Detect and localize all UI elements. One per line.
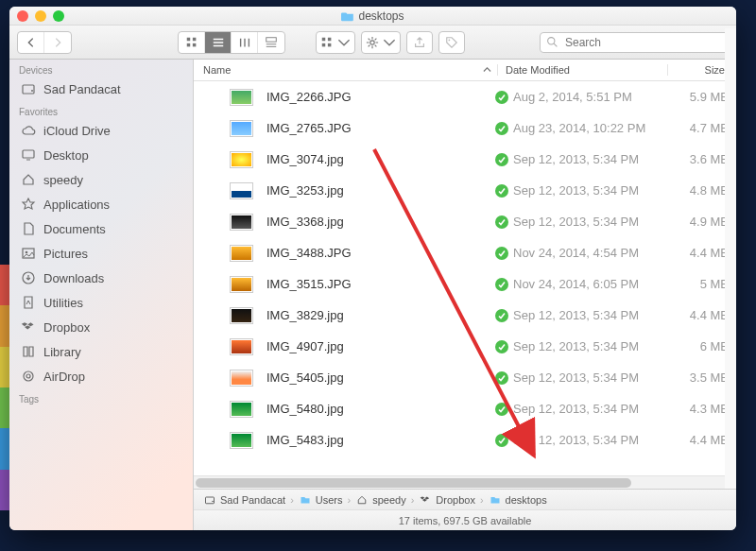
thumbnail-icon [230, 370, 253, 387]
svg-rect-1 [192, 37, 196, 41]
file-name: IMG_3074.jpg [266, 152, 490, 166]
file-row[interactable]: IMG_5405.jpgSep 12, 2013, 5:34 PM3.5 MB [194, 362, 736, 393]
tag-icon [445, 36, 458, 49]
search-field[interactable] [540, 32, 729, 53]
file-row[interactable]: IMG_3368.jpgSep 12, 2013, 5:34 PM4.9 MB [194, 206, 736, 237]
list-view-button[interactable] [205, 32, 232, 53]
path-item-speedy[interactable]: speedy [355, 494, 405, 506]
sidebar-item-label: AirDrop [43, 370, 85, 384]
file-row[interactable]: IMG_5480.jpgSep 12, 2013, 5:34 PM4.3 MB [194, 393, 736, 424]
action-button[interactable] [361, 31, 401, 54]
search-input[interactable] [563, 35, 722, 50]
sync-status-icon [490, 215, 513, 230]
file-name: IMG_3829.jpg [266, 308, 490, 322]
file-row[interactable]: IMG_2765.JPGAug 23, 2014, 10:22 PM4.7 MB [194, 112, 736, 144]
sidebar-item-label: iCloud Drive [43, 124, 111, 138]
column-view-button[interactable] [232, 32, 258, 53]
status-bar: 17 items, 697.5 GB available [194, 509, 736, 530]
column-date[interactable]: Date Modified [498, 64, 668, 76]
file-row[interactable]: IMG_3829.jpgSep 12, 2013, 5:34 PM4.4 MB [194, 300, 736, 331]
file-name: IMG_4907.jpg [266, 339, 490, 353]
folder-icon [341, 10, 354, 22]
path-item-sad-pandacat[interactable]: Sad Pandacat [203, 494, 285, 506]
sync-status-icon [490, 433, 513, 448]
sync-status-icon [490, 370, 513, 386]
file-name: IMG_3253.jpg [266, 183, 490, 198]
horizontal-scrollbar[interactable] [194, 475, 725, 489]
coverflow-view-button[interactable] [258, 32, 284, 53]
sidebar-item-label: Desktop [43, 148, 89, 163]
path-separator-icon: › [348, 494, 352, 506]
pictures-icon [21, 246, 36, 261]
sidebar-item-utilities[interactable]: Utilities [9, 290, 193, 315]
sidebar-item-label: Sad Pandacat [43, 82, 121, 96]
nav-buttons [17, 31, 72, 54]
titlebar[interactable]: desktops [9, 7, 736, 26]
path-item-desktops[interactable]: desktops [489, 494, 547, 506]
svg-rect-14 [23, 150, 34, 158]
arrange-button[interactable] [316, 31, 355, 54]
grid-icon [320, 36, 334, 49]
path-item-users[interactable]: Users [299, 494, 343, 506]
dropbox-icon [21, 319, 36, 335]
thumbnail-icon [230, 89, 253, 106]
view-buttons [178, 31, 285, 54]
icon-view-button[interactable] [179, 32, 205, 53]
search-icon [546, 36, 558, 48]
sidebar-item-documents[interactable]: Documents [9, 216, 193, 241]
svg-point-9 [370, 40, 374, 43]
sidebar-item-downloads[interactable]: Downloads [9, 266, 193, 290]
sidebar-item-sad-pandacat[interactable]: Sad Pandacat [9, 77, 193, 101]
sidebar-item-applications[interactable]: Applications [9, 192, 193, 216]
forward-button[interactable] [44, 32, 71, 53]
column-size[interactable]: Size [668, 64, 725, 76]
sidebar-item-airdrop[interactable]: AirDrop [9, 364, 193, 388]
file-date: Sep 12, 2013, 5:34 PM [513, 308, 683, 322]
sidebar-item-library[interactable]: Library [9, 339, 193, 364]
thumbnail-icon [230, 120, 253, 137]
file-row[interactable]: IMG_3253.jpgSep 12, 2013, 5:34 PM4.8 MB [194, 175, 736, 206]
sidebar-item-pictures[interactable]: Pictures [9, 241, 193, 266]
tags-button[interactable] [438, 31, 465, 54]
thumbnail-icon [230, 245, 253, 262]
file-row[interactable]: IMG_3488.JPGNov 24, 2014, 4:54 PM4.4 MB [194, 237, 736, 268]
file-name: IMG_5480.jpg [266, 402, 490, 416]
file-date: Sep 12, 2013, 5:34 PM [513, 183, 683, 198]
thumbnail-icon [230, 182, 253, 199]
svg-point-13 [31, 90, 33, 92]
sidebar-item-label: Pictures [43, 247, 88, 261]
sidebar-item-desktop[interactable]: Desktop [9, 143, 193, 167]
file-row[interactable]: IMG_3515.JPGNov 24, 2014, 6:05 PM5 MB [194, 268, 736, 300]
utilities-icon [21, 295, 36, 310]
chevron-down-icon [383, 36, 396, 49]
apps-icon [21, 197, 36, 212]
path-item-dropbox[interactable]: Dropbox [419, 494, 475, 506]
thumbnail-icon [230, 276, 253, 293]
sidebar-item-speedy[interactable]: speedy [9, 167, 193, 192]
home-icon [355, 494, 369, 506]
sidebar-item-label: Documents [43, 222, 106, 236]
sync-status-icon [490, 339, 513, 354]
svg-rect-7 [322, 43, 326, 46]
svg-rect-12 [23, 85, 34, 94]
svg-rect-3 [192, 43, 196, 46]
svg-rect-0 [186, 37, 190, 41]
svg-rect-32 [206, 497, 215, 504]
file-date: Sep 12, 2013, 5:34 PM [513, 339, 683, 353]
file-row[interactable]: IMG_5483.jpgSep 12, 2013, 5:34 PM4.4 MB [194, 424, 736, 456]
hdd-icon [21, 81, 36, 96]
file-name: IMG_2765.JPG [266, 121, 490, 135]
sidebar-item-icloud-drive[interactable]: iCloud Drive [9, 118, 193, 143]
svg-point-16 [26, 251, 28, 254]
file-row[interactable]: IMG_2266.JPGAug 2, 2014, 5:51 PM5.9 MB [194, 81, 736, 112]
vertical-scrollbar[interactable] [725, 60, 736, 489]
sidebar-section-header: Tags [9, 388, 193, 405]
file-row[interactable]: IMG_4907.jpgSep 12, 2013, 5:34 PM6 MB [194, 331, 736, 362]
file-row[interactable]: IMG_3074.jpgSep 12, 2013, 5:34 PM3.6 MB [194, 144, 736, 175]
column-name[interactable]: Name [194, 64, 498, 76]
file-list[interactable]: IMG_2266.JPGAug 2, 2014, 5:51 PM5.9 MBIM… [194, 81, 736, 489]
sidebar-item-dropbox[interactable]: Dropbox [9, 315, 193, 339]
back-button[interactable] [18, 32, 44, 53]
sync-status-icon [490, 402, 513, 417]
share-button[interactable] [406, 31, 433, 54]
